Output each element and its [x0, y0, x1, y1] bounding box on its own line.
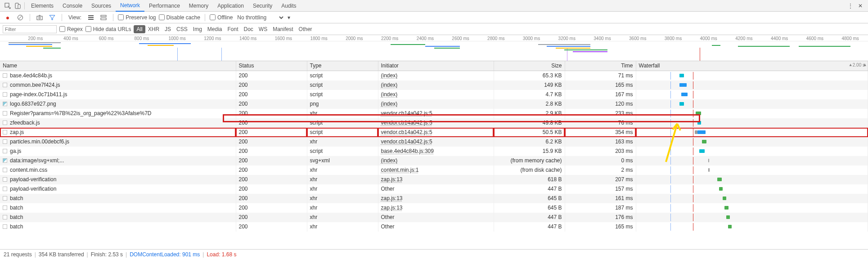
cell-name: payload-verification: [0, 175, 236, 184]
filter-type-manifest[interactable]: Manifest: [270, 25, 296, 33]
preserve-log-checkbox[interactable]: Preserve log: [118, 14, 156, 21]
cell-time: 187 ms: [565, 203, 636, 213]
tab-audits[interactable]: Audits: [277, 0, 301, 12]
cell-initiator[interactable]: zap.js:13: [378, 194, 494, 203]
filter-type-all[interactable]: All: [134, 25, 145, 33]
table-row[interactable]: base.4ed4c84b.js200script(index)65.3 KB7…: [0, 71, 868, 80]
tab-application[interactable]: Application: [213, 0, 248, 12]
cell-time: 203 ms: [565, 147, 636, 156]
filter-type-font[interactable]: Font: [225, 25, 241, 33]
cell-initiator[interactable]: (index): [378, 99, 494, 109]
table-row[interactable]: Register?params=%7B%22is_org_page%22%3Af…: [0, 109, 868, 118]
clear-button[interactable]: [15, 13, 25, 22]
cell-initiator[interactable]: zap.js:13: [378, 203, 494, 213]
cell-initiator[interactable]: (index): [378, 71, 494, 80]
filter-type-img[interactable]: Img: [190, 25, 205, 33]
regex-checkbox[interactable]: Regex: [59, 26, 83, 32]
tab-memory[interactable]: Memory: [184, 0, 213, 12]
table-row[interactable]: logo.6837e927.png200png(index)2.8 KB120 …: [0, 99, 868, 109]
col-status[interactable]: Status: [236, 61, 307, 71]
cell-initiator[interactable]: zap.js:13: [378, 175, 494, 184]
filter-type-doc[interactable]: Doc: [241, 25, 256, 33]
table-row[interactable]: common.bee7f424.js200script(index)149 KB…: [0, 80, 868, 90]
timeline-tick: 2000 ms: [346, 36, 363, 41]
overview-toggle-button[interactable]: [99, 13, 108, 22]
requests-table-wrapper: Name Status Type Initiator Size Time Wat…: [0, 61, 868, 249]
timeline-tick: 4000 ms: [700, 36, 717, 41]
table-row[interactable]: batch200xhrOther447 B176 ms: [0, 213, 868, 222]
cell-initiator[interactable]: vendor.cb14a042.js:5: [378, 118, 494, 128]
timeline-tick: 3400 ms: [594, 36, 611, 41]
cell-time: 233 ms: [565, 109, 636, 118]
device-icon[interactable]: [13, 1, 22, 11]
timeline-tick: 1800 ms: [310, 36, 327, 41]
cell-initiator[interactable]: vendor.cb14a042.js:5: [378, 137, 494, 147]
more-icon[interactable]: ⋮: [846, 1, 855, 11]
col-type[interactable]: Type: [307, 61, 378, 71]
col-waterfall[interactable]: Waterfall2.00 s▲: [636, 61, 868, 71]
cell-type: script: [307, 128, 378, 137]
filter-type-media[interactable]: Media: [205, 25, 225, 33]
file-icon: [3, 158, 7, 163]
tab-security[interactable]: Security: [248, 0, 277, 12]
cell-type: script: [307, 80, 378, 90]
tab-console[interactable]: Console: [58, 0, 87, 12]
table-row[interactable]: data:image/svg+xml;...200svg+xml(index)(…: [0, 156, 868, 165]
col-time[interactable]: Time: [565, 61, 636, 71]
record-button[interactable]: ●: [3, 13, 13, 22]
cell-type: script: [307, 147, 378, 156]
table-row[interactable]: page-index.0c71b411.js200script(index)4.…: [0, 90, 868, 99]
filter-type-other[interactable]: Other: [296, 25, 315, 33]
table-row[interactable]: batch200xhrzap.js:13645 B161 ms: [0, 194, 868, 203]
status-dcl: DOMContentLoaded: 901 ms: [130, 251, 200, 258]
col-initiator[interactable]: Initiator: [378, 61, 494, 71]
table-row[interactable]: batch200xhrzap.js:13645 B187 ms: [0, 203, 868, 213]
filter-type-js[interactable]: JS: [162, 25, 174, 33]
table-row[interactable]: zfeedback.js200scriptvendor.cb14a042.js:…: [0, 118, 868, 128]
cell-initiator[interactable]: vendor.cb14a042.js:5: [378, 128, 494, 137]
filter-type-ws[interactable]: WS: [256, 25, 270, 33]
capture-screenshot-button[interactable]: [35, 13, 45, 22]
throttling-select[interactable]: No throttling: [235, 14, 285, 21]
tab-network[interactable]: Network: [116, 0, 144, 12]
scroll-up-icon[interactable]: ▲: [863, 62, 867, 67]
table-row[interactable]: payload-verification200xhrOther447 B157 …: [0, 184, 868, 194]
filter-type-xhr[interactable]: XHR: [145, 25, 162, 33]
cell-initiator[interactable]: (index): [378, 156, 494, 165]
cell-time: 71 ms: [565, 71, 636, 80]
table-row[interactable]: batch200xhrOther447 B165 ms: [0, 222, 868, 232]
close-icon[interactable]: ✕: [855, 1, 865, 11]
table-row[interactable]: ga.js200scriptbase.4ed4c84b.js:30915.9 K…: [0, 147, 868, 156]
table-row[interactable]: payload-verification200xhrzap.js:13618 B…: [0, 175, 868, 184]
tab-sources[interactable]: Sources: [87, 0, 116, 12]
tab-elements[interactable]: Elements: [27, 0, 58, 12]
col-name[interactable]: Name: [0, 61, 236, 71]
filter-toggle-button[interactable]: [47, 13, 57, 22]
hide-data-urls-checkbox[interactable]: Hide data URLs: [85, 26, 131, 32]
offline-checkbox[interactable]: Offline: [210, 14, 233, 21]
cell-initiator[interactable]: (index): [378, 90, 494, 99]
table-row[interactable]: content.min.css200xhrcontent.min.js:1(fr…: [0, 165, 868, 175]
file-icon: [3, 111, 7, 116]
timeline-overview[interactable]: 200 ms400 ms600 ms800 ms1000 ms1200 ms14…: [0, 35, 868, 61]
cell-size: 447 B: [494, 222, 565, 232]
col-size[interactable]: Size: [494, 61, 565, 71]
filter-input[interactable]: [3, 25, 57, 33]
tab-performance[interactable]: Performance: [144, 0, 184, 12]
timeline-tick: 2200 ms: [381, 36, 398, 41]
filter-type-css[interactable]: CSS: [174, 25, 190, 33]
cell-size: 50.5 KB: [494, 128, 565, 137]
cell-name: page-index.0c71b411.js: [0, 90, 236, 99]
cell-initiator[interactable]: (index): [378, 80, 494, 90]
cell-initiator[interactable]: base.4ed4c84b.js:309: [378, 147, 494, 156]
timeline-tick: 600 ms: [99, 36, 114, 41]
cell-initiator[interactable]: content.min.js:1: [378, 165, 494, 175]
table-row[interactable]: particles.min.00debcf6.js200xhrvendor.cb…: [0, 137, 868, 147]
cell-status: 200: [236, 90, 307, 99]
table-row[interactable]: zap.js200scriptvendor.cb14a042.js:550.5 …: [0, 128, 868, 137]
large-rows-button[interactable]: [86, 13, 96, 22]
inspect-icon[interactable]: [3, 1, 13, 11]
cell-status: 200: [236, 137, 307, 147]
cell-initiator[interactable]: vendor.cb14a042.js:5: [378, 109, 494, 118]
disable-cache-checkbox[interactable]: Disable cache: [159, 14, 200, 21]
